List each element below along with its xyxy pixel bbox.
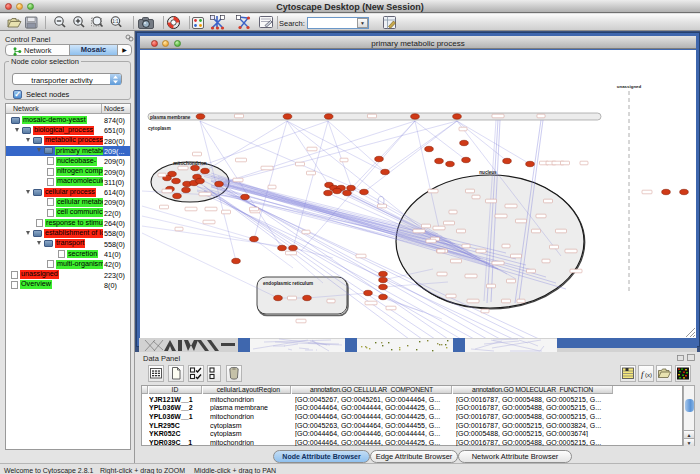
svg-text:1:1: 1:1 [112, 19, 119, 24]
svg-text:plasma membrane: plasma membrane [150, 115, 191, 120]
svg-text:(x): (x) [645, 372, 652, 378]
svg-text:endoplasmic reticulum: endoplasmic reticulum [263, 281, 313, 286]
svg-text:nucleus: nucleus [479, 170, 497, 175]
svg-text:unassigned: unassigned [617, 84, 642, 89]
svg-text:mitochondrion: mitochondrion [173, 161, 207, 166]
svg-text:cytoplasm: cytoplasm [148, 126, 171, 131]
